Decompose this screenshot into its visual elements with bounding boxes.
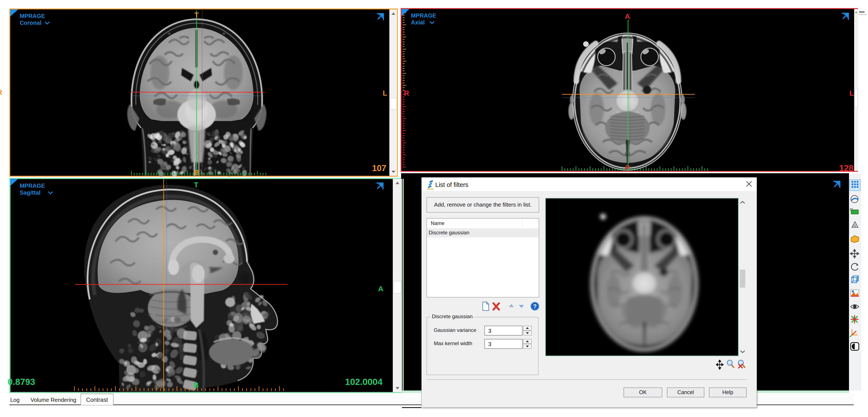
svg-text:B: B <box>194 168 199 176</box>
svg-text:128: 128 <box>839 163 854 173</box>
svg-text:A: A <box>378 285 383 293</box>
svg-text:MPRAGE: MPRAGE <box>20 13 45 19</box>
svg-text:R: R <box>404 89 409 97</box>
svg-text:Coronal: Coronal <box>20 20 41 26</box>
svg-text:MPRAGE: MPRAGE <box>411 12 436 19</box>
svg-text:102.0004: 102.0004 <box>345 377 383 387</box>
svg-text:A: A <box>625 12 630 20</box>
svg-text:T: T <box>194 11 199 19</box>
svg-text:B: B <box>194 381 199 389</box>
svg-text:A: A <box>854 224 856 228</box>
svg-text:Sagittal: Sagittal <box>20 189 40 196</box>
svg-text:L: L <box>849 89 854 97</box>
svg-text:?: ? <box>533 303 536 310</box>
svg-text:P: P <box>625 163 630 172</box>
svg-text:MPRAGE: MPRAGE <box>20 183 45 189</box>
svg-text:L: L <box>383 89 387 97</box>
svg-text:0.8793: 0.8793 <box>8 377 35 387</box>
svg-text:107: 107 <box>372 163 386 173</box>
svg-text:Axial: Axial <box>411 19 425 26</box>
svg-text:T: T <box>194 181 198 189</box>
